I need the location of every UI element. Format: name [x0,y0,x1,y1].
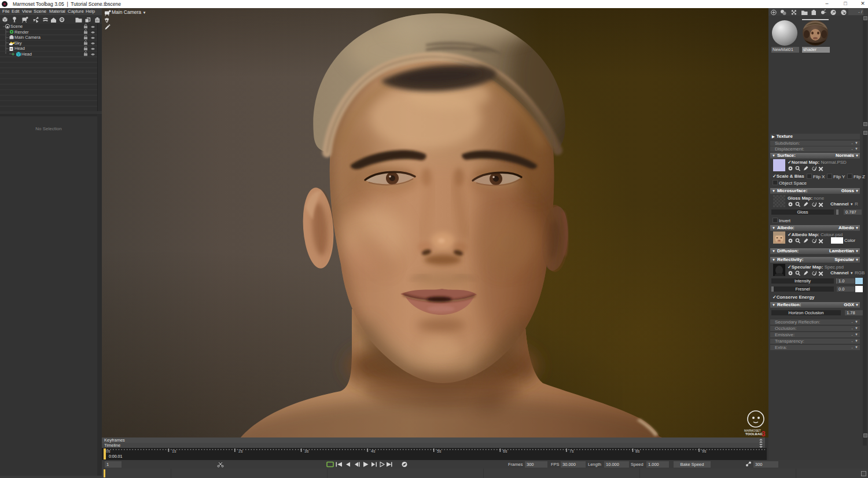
svg-text:3: 3 [762,430,766,437]
svg-text:TOOLBAG: TOOLBAG [745,432,763,436]
